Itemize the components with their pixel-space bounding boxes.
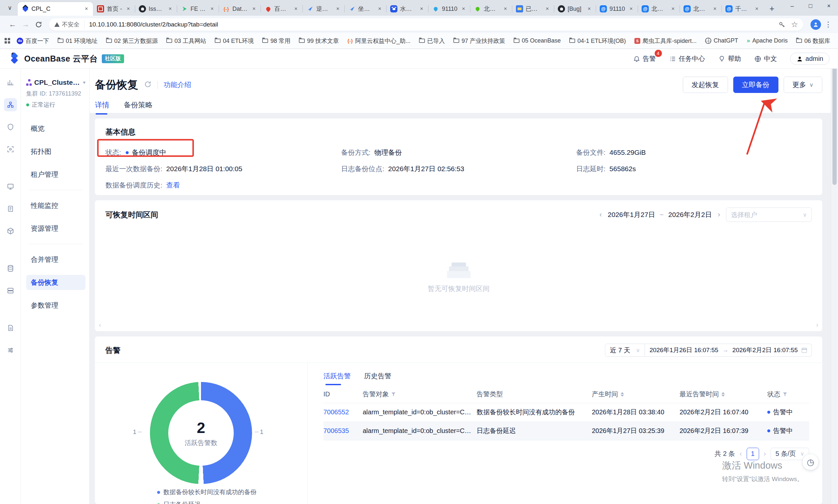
rail-database-icon[interactable] — [4, 262, 17, 275]
rail-package-icon[interactable] — [4, 224, 17, 238]
tab-close-icon[interactable]: × — [251, 5, 257, 12]
tab-backup-strategy[interactable]: 备份策略 — [124, 100, 153, 114]
browser-tab[interactable]: 北京绿× — [638, 2, 680, 16]
sidebar-item-overview[interactable]: 概览 — [26, 121, 86, 136]
close-window-button[interactable]: × — [820, 0, 838, 12]
tab-close-icon[interactable]: × — [376, 5, 383, 12]
rail-monitor-icon[interactable] — [4, 180, 17, 193]
tab-close-icon[interactable]: × — [712, 5, 718, 12]
bookmark-folder[interactable]: 04-1 ETL环境(OB) — [569, 37, 626, 45]
tab-close-icon[interactable]: × — [418, 5, 425, 12]
tab-close-icon[interactable]: × — [209, 5, 215, 12]
rail-settings-icon[interactable] — [4, 344, 17, 357]
sidebar-item-resources[interactable]: 资源管理 — [26, 221, 86, 236]
bookmark-item[interactable]: »Apache Doris — [747, 37, 788, 44]
time-range-picker[interactable]: 2026年1月26日 16:07:55 → 2026年2月2日 16:07:55 — [645, 344, 812, 357]
next-range-icon[interactable]: › — [716, 211, 721, 219]
browser-profile-avatar[interactable] — [810, 19, 821, 30]
tab-detail[interactable]: 详情 — [95, 100, 109, 114]
sidebar-item-tenants[interactable]: 租户管理 — [26, 167, 86, 182]
user-menu[interactable]: admin — [790, 53, 830, 65]
tab-close-icon[interactable]: × — [293, 5, 299, 12]
filter-icon[interactable] — [783, 392, 787, 396]
alarm-menu[interactable]: 告警 4 — [633, 54, 656, 63]
browser-tab[interactable]: 91110× — [596, 2, 638, 16]
browser-tab[interactable]: 逆地理× — [302, 2, 344, 16]
back-button[interactable]: ← — [6, 18, 19, 31]
language-menu[interactable]: 中文 — [754, 54, 777, 63]
browser-tab[interactable]: 坐标转× — [344, 2, 386, 16]
rail-log-icon[interactable] — [4, 321, 17, 335]
rail-cluster-icon[interactable] — [4, 98, 17, 111]
tab-close-icon[interactable]: × — [670, 5, 676, 12]
scrollbar-thumb[interactable] — [833, 54, 837, 185]
tab-close-icon[interactable]: × — [460, 5, 467, 12]
browser-tab[interactable]: 已设置× — [512, 2, 554, 16]
feature-intro-link[interactable]: 功能介绍 — [164, 80, 191, 89]
browser-tab[interactable]: [Bug]× — [554, 2, 596, 16]
rail-diagnose-icon[interactable] — [4, 143, 17, 156]
bookmark-folder[interactable]: 04 ETL环境 — [215, 37, 254, 45]
sort-icon[interactable] — [721, 392, 725, 397]
backup-now-button[interactable]: 立即备份 — [733, 76, 779, 93]
sort-icon[interactable] — [621, 392, 624, 397]
more-button[interactable]: 更多∨ — [784, 76, 822, 93]
sidebar-item-parameters[interactable]: 参数管理 — [26, 298, 86, 313]
bookmark-folder[interactable]: 06 数据库 — [796, 37, 830, 45]
sidebar-item-merge[interactable]: 合并管理 — [26, 252, 86, 267]
maximize-button[interactable]: □ — [801, 0, 820, 12]
browser-menu-icon[interactable]: ⋮ — [824, 20, 832, 29]
oceanbase-logo[interactable]: OceanBase 云平台 社区版 — [8, 53, 124, 65]
task-center-menu[interactable]: 任务中心 — [669, 54, 705, 63]
bookmark-item[interactable]: ChatGPT — [705, 37, 738, 44]
browser-tab[interactable]: 百度地× — [261, 2, 302, 16]
filter-icon[interactable] — [392, 392, 395, 396]
rail-report-icon[interactable] — [4, 202, 17, 215]
browser-tab[interactable]: 首页 -× — [93, 2, 135, 16]
rail-tenant-icon[interactable] — [4, 121, 17, 133]
tab-close-icon[interactable]: × — [753, 5, 760, 12]
browser-tab[interactable]: Data T× — [219, 2, 261, 16]
sidebar-item-backup-restore[interactable]: 备份恢复 — [26, 275, 86, 290]
tab-close-icon[interactable]: × — [83, 5, 90, 12]
address-bar[interactable]: 不安全 10.10.100.11:8080/cluster/2/backup?t… — [49, 18, 803, 31]
bookmark-folder[interactable]: 01 环境地址 — [58, 37, 97, 45]
scroll-right-icon[interactable]: › — [816, 321, 818, 328]
browser-tab[interactable]: Issues× — [135, 2, 177, 16]
bookmark-item[interactable]: {-}阿里云权益中心_助... — [347, 37, 410, 45]
tab-close-icon[interactable]: × — [167, 5, 174, 12]
cluster-selector[interactable]: CPL_Cluste… ▾ — [26, 78, 86, 86]
next-page-icon[interactable]: › — [764, 450, 766, 458]
minimize-button[interactable]: – — [783, 0, 801, 12]
rail-overview-icon[interactable] — [4, 76, 17, 89]
alarm-id-link[interactable]: 7006552 — [323, 409, 349, 416]
security-chip[interactable]: 不安全 — [54, 21, 85, 29]
bookmark-folder[interactable]: 97 产业扶持政策 — [453, 37, 505, 45]
browser-tab[interactable]: 91110× — [428, 2, 470, 16]
browser-tab[interactable]: 水滴信× — [386, 2, 428, 16]
current-page[interactable]: 1 — [747, 448, 759, 460]
time-preset-select[interactable]: 近 7 天∨ — [605, 344, 645, 357]
tab-search-chevron-icon[interactable]: ∨ — [3, 1, 16, 14]
view-history-link[interactable]: 查看 — [166, 181, 180, 190]
tab-close-icon[interactable]: × — [586, 5, 592, 12]
tab-close-icon[interactable]: × — [628, 5, 635, 12]
sidebar-item-topology[interactable]: 拓扑图 — [26, 144, 86, 159]
password-key-icon[interactable] — [779, 21, 786, 28]
bookmark-item[interactable]: du百度一下 — [17, 37, 49, 45]
initiate-restore-button[interactable]: 发起恢复 — [683, 76, 728, 93]
reload-button[interactable] — [32, 18, 45, 31]
prev-page-icon[interactable]: ‹ — [739, 450, 742, 458]
bookmark-folder[interactable]: 02 第三方数据源 — [106, 37, 158, 45]
tenant-select[interactable]: 选择租户∨ — [726, 208, 812, 222]
rail-host-icon[interactable] — [4, 284, 17, 297]
prev-range-icon[interactable]: ‹ — [598, 211, 603, 219]
tab-close-icon[interactable]: × — [335, 5, 341, 12]
tab-close-icon[interactable]: × — [544, 5, 551, 12]
browser-tab[interactable]: 北京方× — [680, 2, 721, 16]
forward-button[interactable]: → — [19, 18, 32, 31]
scroll-left-icon[interactable]: ‹ — [99, 321, 101, 328]
bookmark-folder[interactable]: 99 技术文章 — [299, 37, 339, 45]
browser-tab[interactable]: 千寻地× — [721, 2, 763, 16]
tab-close-icon[interactable]: × — [125, 5, 131, 12]
